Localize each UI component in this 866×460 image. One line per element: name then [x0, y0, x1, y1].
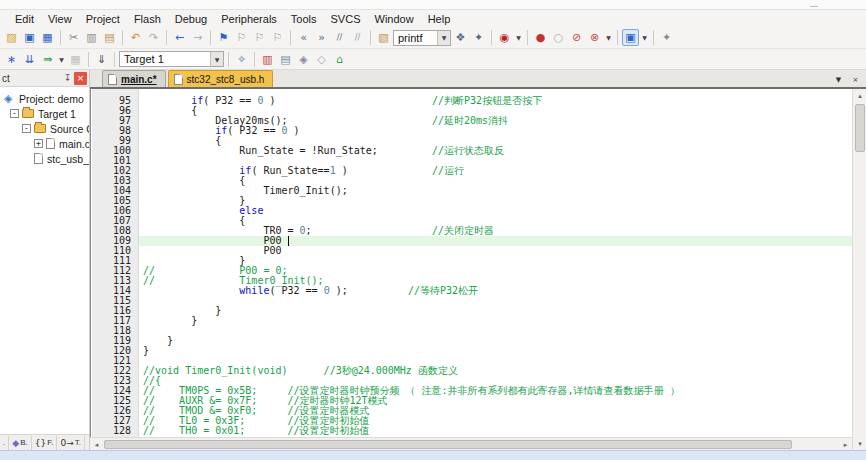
breakpoint-kill-all-icon[interactable]: ⊗ [586, 29, 603, 46]
unindent-icon[interactable]: « [295, 29, 312, 46]
bookmark-next-icon[interactable]: ⚐ [251, 29, 268, 46]
find-next-icon[interactable]: ❖ [452, 29, 469, 46]
tab-close-icon[interactable]: × [849, 73, 862, 86]
undo-icon[interactable]: ↶ [127, 29, 144, 46]
code-editor[interactable]: 95 if( P32 == 0 ) //判断P32按钮是否按下96 {97 De… [90, 89, 852, 437]
tree-item-target1[interactable]: -Target 1 [0, 106, 89, 121]
side-tab-project[interactable]: . [0, 436, 9, 450]
build-icon[interactable]: ⇊ [21, 51, 38, 68]
tree-item-project[interactable]: ◈Project: demo [0, 91, 89, 106]
code-line-118: 118 [92, 326, 852, 336]
toolbar-separator [88, 52, 89, 67]
menu-tools[interactable]: Tools [284, 12, 324, 26]
tab-bar-buttons: ▼ × [832, 73, 862, 86]
menu-edit[interactable]: Edit [8, 12, 41, 26]
code-line-100: 100 Run_State = !Run_State; //运行状态取反 [92, 146, 852, 156]
scroll-up-icon[interactable]: ▴ [853, 89, 866, 102]
code-line-120: 120} [92, 346, 852, 356]
side-tab-templates[interactable]: 0→T. [57, 436, 85, 450]
watch-icon[interactable]: ✦ [470, 29, 487, 46]
redo-icon[interactable]: ↷ [145, 29, 162, 46]
breakpoint-enable-icon[interactable]: ○ [550, 29, 567, 46]
menu-bar: EditViewProjectFlashDebugPeripheralsTool… [0, 10, 866, 27]
manage-components-icon[interactable]: ▥ [259, 51, 276, 68]
line-number: 98 [92, 126, 139, 136]
save-all-icon[interactable]: ▦ [39, 29, 56, 46]
tree-item-source-group[interactable]: -Source Grou [0, 121, 89, 136]
scroll-down-icon[interactable]: ▾ [853, 437, 866, 450]
menu-help[interactable]: Help [421, 12, 458, 26]
find-in-files-icon[interactable]: ▧ [375, 29, 392, 46]
chevron-down-icon[interactable]: ▼ [210, 52, 223, 66]
doc-tab-main-c[interactable]: main.c* [102, 70, 166, 87]
toolbar-separator [653, 30, 654, 45]
line-text: } [139, 306, 852, 316]
navigate-forward-icon[interactable]: → [189, 29, 206, 46]
paste-icon[interactable]: ▤ [101, 29, 118, 46]
bookmark-clear-icon[interactable]: ⚐ [269, 29, 286, 46]
breakpoint-insert-icon[interactable]: ● [532, 29, 549, 46]
chevron-down-icon[interactable]: ▼ [437, 31, 450, 45]
stop-build-icon[interactable]: ▦ [67, 51, 84, 68]
bookmark-toggle-icon[interactable]: ⚑ [215, 29, 232, 46]
pin-icon[interactable]: ↧ [61, 72, 74, 85]
side-tab-books[interactable]: ◆B. [9, 436, 31, 450]
tree-item-target1-label: Target 1 [38, 108, 76, 120]
pack-installer-icon[interactable]: ⌂ [331, 51, 348, 68]
horizontal-scroll-thumb[interactable] [104, 440, 792, 449]
rebuild-all-icon[interactable]: ⇛ [39, 51, 56, 68]
tree-expander-icon[interactable]: - [22, 124, 31, 133]
menu-window[interactable]: Window [368, 12, 421, 26]
tree-expander-icon[interactable]: + [34, 139, 43, 148]
tree-item-stc-usb[interactable]: stc_usb_ [0, 151, 89, 166]
menu-view[interactable]: View [41, 12, 79, 26]
open-folder-icon[interactable]: ▨ [3, 29, 20, 46]
file-extensions-icon[interactable]: ▤ [277, 51, 294, 68]
toolbar-separator [228, 52, 229, 67]
uncomment-selection-icon[interactable]: // [349, 29, 366, 46]
comment-selection-icon[interactable]: // [331, 29, 348, 46]
minimize-button[interactable]: — [810, 2, 818, 10]
line-text: else [139, 206, 852, 216]
copy-icon[interactable]: ▥ [83, 29, 100, 46]
select-device-icon[interactable]: ◈ [295, 51, 312, 68]
tree-expander-icon[interactable]: - [10, 109, 19, 118]
close-icon[interactable]: × [74, 72, 87, 85]
navigate-back-icon[interactable]: ← [171, 29, 188, 46]
chevron-down-icon[interactable]: ▼ [640, 29, 649, 46]
menu-svcs[interactable]: SVCS [324, 12, 368, 26]
horizontal-scrollbar[interactable]: ◂ ▸ [90, 437, 852, 450]
line-text: P00 [139, 246, 852, 256]
chevron-down-icon[interactable]: ▼ [604, 29, 613, 46]
menu-debug[interactable]: Debug [168, 12, 214, 26]
cut-icon[interactable]: ✂ [65, 29, 82, 46]
vertical-scrollbar[interactable]: ▴ ▾ [852, 89, 866, 450]
tab-scroll-icon[interactable]: ▼ [832, 73, 845, 86]
menu-flash[interactable]: Flash [127, 12, 168, 26]
chevron-down-icon[interactable]: ▼ [514, 29, 523, 46]
target-options-icon[interactable]: ✧ [233, 51, 250, 68]
keil-uvision-window: — EditViewProjectFlashDebugPeripheralsTo… [0, 0, 866, 460]
bookmark-prev-icon[interactable]: ⚐ [233, 29, 250, 46]
breakpoint-disable-all-icon[interactable]: ⊘ [568, 29, 585, 46]
menu-peripherals[interactable]: Peripherals [214, 12, 284, 26]
tree-item-main-c[interactable]: +main.c [0, 136, 89, 151]
download-flash-icon[interactable]: ⇓ [93, 51, 110, 68]
vertical-scroll-thumb[interactable] [855, 104, 865, 152]
save-icon[interactable]: ▣ [21, 29, 38, 46]
find-combo[interactable]: printf▼ [393, 30, 451, 46]
title-bar: — [0, 0, 866, 10]
menu-project[interactable]: Project [79, 12, 127, 26]
chevron-down-icon[interactable]: ▼ [57, 51, 66, 68]
translate-file-icon[interactable]: ∗ [3, 51, 20, 68]
window-layout-icon[interactable]: ▣ [622, 29, 639, 46]
lookup-icon[interactable]: ◉ [496, 29, 513, 46]
text-cursor [288, 236, 289, 246]
indent-icon[interactable]: » [313, 29, 330, 46]
doc-tab-stc32-stc8-usb-h[interactable]: stc32_stc8_usb.h [168, 70, 274, 87]
target-select-combo[interactable]: Target 1▼ [119, 51, 224, 67]
side-tab-functions[interactable]: {}F. [32, 436, 58, 450]
environment-icon[interactable]: ◇ [313, 51, 330, 68]
configure-icon[interactable]: ✦ [658, 29, 675, 46]
toolbar-separator [122, 30, 123, 45]
